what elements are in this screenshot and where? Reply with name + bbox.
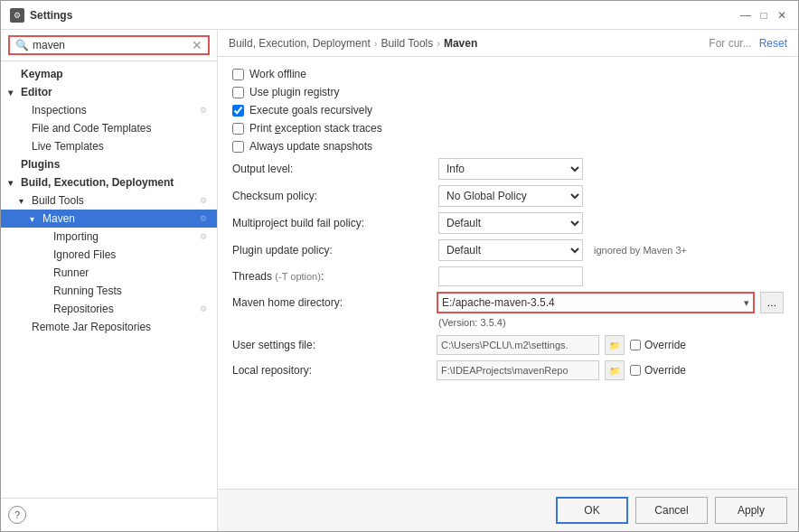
plugin-update-select[interactable]: Default Always Daily Interval Never: [438, 239, 583, 261]
reset-link[interactable]: Reset: [759, 37, 787, 50]
tree-arrow-build: ▾: [8, 178, 17, 188]
user-settings-override: Override: [630, 339, 686, 351]
sidebar-item-maven[interactable]: ▾ Maven ⚙: [1, 210, 217, 228]
sidebar-item-keymap[interactable]: Keymap: [1, 65, 217, 83]
sidebar-item-repositories[interactable]: Repositories ⚙: [1, 300, 217, 318]
sidebar-item-running-tests[interactable]: Running Tests: [1, 282, 217, 300]
apply-button[interactable]: Apply: [715, 497, 787, 524]
print-exceptions-row: Print exception stack traces: [232, 122, 784, 135]
maximize-button[interactable]: □: [757, 8, 771, 23]
search-input[interactable]: [33, 39, 188, 51]
override-label-1: Override: [644, 339, 686, 351]
window-title: Settings: [30, 9, 72, 22]
sidebar-item-label: Running Tests: [53, 285, 122, 297]
sidebar-item-build-execution[interactable]: ▾ Build, Execution, Deployment: [1, 173, 217, 191]
breadcrumb-part-2: Build Tools: [381, 37, 433, 50]
user-settings-override-checkbox[interactable]: [630, 340, 641, 350]
plugin-registry-checkbox[interactable]: [232, 87, 244, 98]
override-label-2: Override: [644, 364, 686, 377]
always-update-checkbox[interactable]: [232, 141, 244, 153]
work-offline-checkbox[interactable]: [232, 69, 244, 80]
sidebar-item-label: Build, Execution, Deployment: [21, 176, 174, 189]
settings-body: Work offline Use plugin registry Execute…: [218, 57, 798, 489]
sidebar-item-label: Maven: [42, 212, 75, 225]
user-settings-path: C:\Users\PCLU\.m2\settings.: [437, 335, 599, 355]
local-repo-override-checkbox[interactable]: [630, 365, 641, 376]
local-repo-override: Override: [630, 364, 686, 377]
always-update-row: Always update snapshots: [232, 140, 784, 153]
sidebar-item-ignored-files[interactable]: Ignored Files: [1, 246, 217, 264]
maven-home-combo: ▾: [437, 292, 755, 313]
execute-goals-label: Execute goals recursively: [249, 104, 372, 117]
local-repo-label: Local repository:: [232, 364, 431, 377]
minimize-button[interactable]: —: [738, 8, 753, 23]
sidebar-item-label: Keymap: [21, 68, 63, 80]
sidebar-item-importing[interactable]: Importing ⚙: [1, 228, 217, 246]
maven-home-label: Maven home directory:: [232, 296, 431, 309]
help-button[interactable]: ?: [8, 506, 26, 524]
local-repo-browse-button[interactable]: 📁: [605, 360, 625, 380]
sidebar-item-remote-jar[interactable]: Remote Jar Repositories: [1, 318, 217, 336]
sidebar-bottom: ?: [1, 498, 217, 531]
sidebar-item-label: Importing: [53, 230, 99, 243]
sidebar-item-inspections[interactable]: Inspections ⚙: [1, 101, 217, 119]
tree-arrow-maven: ▾: [30, 214, 39, 224]
plugin-registry-label: Use plugin registry: [249, 86, 339, 98]
always-update-label: Always update snapshots: [249, 140, 372, 153]
sidebar-item-file-templates[interactable]: File and Code Templates: [1, 119, 217, 137]
button-bar: OK Cancel Apply: [218, 489, 798, 531]
ok-button[interactable]: OK: [556, 497, 628, 524]
search-clear-icon[interactable]: ✕: [192, 39, 202, 51]
multiproject-policy-select[interactable]: Default Fail At End Fail Fast Never Fail: [438, 212, 583, 234]
work-offline-row: Work offline: [232, 68, 784, 80]
plugin-update-row: Plugin update policy: Default Always Dai…: [232, 239, 784, 261]
breadcrumb-sep-1: ›: [374, 38, 378, 49]
maven-browse-button[interactable]: …: [760, 292, 784, 313]
search-box: 🔍 ✕: [1, 30, 217, 61]
settings-icon: ⚙: [10, 8, 24, 23]
breadcrumb-current: Maven: [444, 37, 477, 50]
threads-input[interactable]: [438, 266, 583, 286]
maven-home-input[interactable]: [438, 296, 740, 309]
plugin-update-note: ignored by Maven 3+: [594, 245, 687, 256]
local-repo-row: Local repository: F:\IDEAProjects\mavenR…: [232, 360, 784, 380]
content-area: 🔍 ✕ Keymap ▾ Editor Inspections: [1, 30, 798, 531]
sidebar-item-plugins[interactable]: Plugins: [1, 155, 217, 173]
breadcrumb-right: For cur... Reset: [709, 37, 787, 50]
sidebar-item-label: Plugins: [21, 158, 60, 171]
search-input-wrapper: 🔍 ✕: [8, 35, 210, 55]
multiproject-policy-label: Multiproject build fail policy:: [232, 217, 431, 229]
breadcrumb-part-1: Build, Execution, Deployment: [229, 37, 371, 50]
threads-row: Threads (-T option):: [232, 266, 784, 286]
execute-goals-checkbox[interactable]: [232, 105, 244, 117]
maven-version-note: (Version: 3.5.4): [438, 317, 784, 328]
title-bar-left: ⚙ Settings: [10, 8, 72, 23]
sidebar-item-build-tools[interactable]: ▾ Build Tools ⚙: [1, 191, 217, 210]
maven-home-dropdown-arrow[interactable]: ▾: [740, 297, 753, 309]
sidebar-item-label: Ignored Files: [53, 248, 116, 261]
checksum-policy-label: Checksum policy:: [232, 190, 431, 202]
settings-icon-build: ⚙: [197, 194, 210, 207]
cancel-button[interactable]: Cancel: [635, 497, 708, 524]
settings-icon-importing: ⚙: [197, 230, 210, 243]
local-repo-path: F:\IDEAProjects\mavenRepo: [437, 360, 599, 380]
sidebar-item-runner[interactable]: Runner: [1, 264, 217, 282]
print-exceptions-checkbox[interactable]: [232, 123, 244, 135]
sidebar-item-label: Build Tools: [32, 194, 84, 207]
plugin-update-label: Plugin update policy:: [232, 244, 431, 257]
settings-icon-small: ⚙: [197, 104, 210, 117]
sidebar-item-label: Repositories: [53, 303, 114, 315]
user-settings-label: User settings file:: [232, 339, 431, 351]
sidebar-item-editor[interactable]: ▾ Editor: [1, 83, 217, 101]
multiproject-policy-row: Multiproject build fail policy: Default …: [232, 212, 784, 234]
sidebar-item-label: Runner: [53, 266, 89, 279]
settings-window: ⚙ Settings — □ ✕ 🔍 ✕: [0, 0, 799, 532]
user-settings-browse-button[interactable]: 📁: [605, 335, 625, 355]
output-level-select[interactable]: Info Debug Quiet: [438, 158, 583, 180]
execute-goals-row: Execute goals recursively: [232, 104, 784, 117]
maven-home-row: Maven home directory: ▾ …: [232, 292, 784, 313]
sidebar-item-live-templates[interactable]: Live Templates: [1, 137, 217, 155]
plugin-registry-row: Use plugin registry: [232, 86, 784, 98]
close-button[interactable]: ✕: [775, 8, 789, 23]
checksum-policy-select[interactable]: No Global Policy Fail Warn Ignore: [438, 185, 583, 207]
